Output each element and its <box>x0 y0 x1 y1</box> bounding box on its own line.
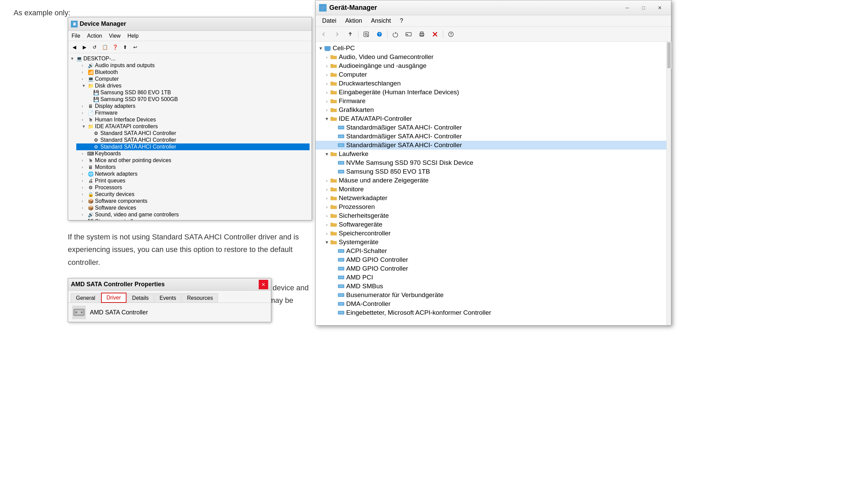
win-minimize[interactable]: ─ <box>619 2 635 13</box>
menu-question[interactable]: ? <box>396 16 407 26</box>
tree-large-print[interactable]: › Druckwarteschlangen <box>316 79 671 88</box>
tree-sata1[interactable]: ⚙ Standard SATA AHCI Controller <box>76 130 310 137</box>
tree-large-amdpci[interactable]: AMD PCI <box>316 273 671 282</box>
tree-large-amdgpio1[interactable]: AMD GPIO Controller <box>316 255 671 264</box>
tree-large-eingabe[interactable]: › Eingabegeräte (Human Interface Devices… <box>316 88 671 97</box>
toolbar-delete[interactable] <box>429 28 441 40</box>
tree-large-speicher[interactable]: › Speichercontroller <box>316 229 671 238</box>
tree-large-firmware[interactable]: › Firmware <box>316 97 671 105</box>
tree-sata2[interactable]: ⚙ Standard SATA AHCI Controller <box>76 137 310 143</box>
tree-display[interactable]: › 🖥 Display adapters <box>76 103 310 110</box>
tree-large-sata3[interactable]: Standardmäßiger SATA AHCI- Controller <box>316 141 671 150</box>
toolbar-update[interactable]: ⬆ <box>120 42 130 52</box>
menu-action[interactable]: Action <box>86 32 103 40</box>
toolbar-update2[interactable] <box>389 28 401 40</box>
tree-large-grafik[interactable]: › Grafikkarten <box>316 105 671 114</box>
toolbar-forward[interactable] <box>331 28 343 40</box>
toolbar-rollback[interactable]: ↩ <box>131 42 140 52</box>
tree-audio[interactable]: › 🔊 Audio inputs and outputs <box>76 62 310 69</box>
tree-hid[interactable]: › 🖱 Human Interface Devices <box>76 116 310 123</box>
tree-large-computer[interactable]: › Computer <box>316 70 671 79</box>
tree-disk-drives[interactable]: ▼ 📁 Disk drives <box>76 82 310 89</box>
scrollbar-thumb[interactable] <box>667 42 671 69</box>
toolbar-scan[interactable] <box>360 28 372 40</box>
tree-large-sata2[interactable]: Standardmäßiger SATA AHCI- Controller <box>316 132 671 141</box>
menu-file[interactable]: File <box>70 32 82 40</box>
dm-small-tree: ▼ 💻 DESKTOP-... › 🔊 Audio inputs and out… <box>68 53 312 220</box>
menu-ansicht[interactable]: Ansicht <box>367 16 395 26</box>
tree-network[interactable]: › 🌐 Network adapters <box>76 171 310 177</box>
tree-security[interactable]: › 🔒 Security devices <box>76 191 310 198</box>
tree-monitors[interactable]: › 🖥 Monitors <box>76 164 310 171</box>
toolbar-forward[interactable]: ▶ <box>80 42 89 52</box>
tree-large-system[interactable]: ▼ Systemgeräte <box>316 238 671 247</box>
tree-software-dev[interactable]: › 📦 Software devices <box>76 204 310 211</box>
tree-sound[interactable]: › 🔊 Sound, video and game controllers <box>76 211 310 218</box>
tree-large-root[interactable]: ▼ Celi-PC <box>316 44 671 53</box>
toolbar-up[interactable] <box>344 28 356 40</box>
tree-large-monitore[interactable]: › Monitore <box>316 185 671 194</box>
tab-resources[interactable]: Resources <box>182 293 218 303</box>
tab-driver[interactable]: Driver <box>101 293 126 303</box>
tree-large-software[interactable]: › Softwaregeräte <box>316 220 671 229</box>
tree-large-dma[interactable]: DMA-Controller <box>316 299 671 308</box>
tree-large-netzwerk[interactable]: › Netzwerkadapter <box>316 194 671 202</box>
win-close[interactable]: ✕ <box>652 2 668 13</box>
tree-large-ide[interactable]: ▼ IDE ATA/ATAPI-Controller <box>316 114 671 123</box>
tree-large-nvme[interactable]: NVMe Samsung SSD 970 SCSI Disk Device <box>316 158 671 167</box>
toolbar-print[interactable] <box>416 28 428 40</box>
tree-large-laufwerke[interactable]: ▼ Laufwerke <box>316 150 671 158</box>
tree-root[interactable]: ▼ 💻 DESKTOP-... <box>70 55 310 62</box>
menu-view[interactable]: View <box>107 32 122 40</box>
toolbar-refresh[interactable]: ↺ <box>90 42 99 52</box>
tree-large-prozessoren[interactable]: › Prozessoren <box>316 202 671 211</box>
tree-large-ssd850[interactable]: Samsung SSD 850 EVO 1TB <box>316 167 671 176</box>
menu-datei[interactable]: Datei <box>318 16 340 26</box>
tree-processors[interactable]: › ⚙ Processors <box>76 184 310 191</box>
scrollbar-track[interactable] <box>666 42 671 325</box>
tab-details[interactable]: Details <box>127 293 154 303</box>
svg-point-8 <box>365 33 367 35</box>
dm-large-title: Gerät-Manager <box>319 4 377 12</box>
tree-bluetooth[interactable]: › 📶 Bluetooth <box>76 69 310 76</box>
toolbar-sep3 <box>443 30 443 38</box>
toolbar-back[interactable]: ◀ <box>70 42 79 52</box>
tree-ssd970[interactable]: 💾 Samsung SSD 970 EVO 500GB <box>76 96 310 103</box>
menu-aktion[interactable]: Aktion <box>341 16 366 26</box>
tree-large-busenum[interactable]: Busenumerator für Verbundgeräte <box>316 291 671 299</box>
tab-events[interactable]: Events <box>155 293 181 303</box>
toolbar-back[interactable] <box>318 28 330 40</box>
tree-ide[interactable]: ▼ 📁 IDE ATA/ATAPI controllers <box>76 123 310 130</box>
tree-software-comp[interactable]: › 📦 Software components <box>76 198 310 204</box>
amd-close-button[interactable]: ✕ <box>259 280 268 289</box>
toolbar-help[interactable]: ❓ <box>110 42 120 52</box>
tree-large-maeuse[interactable]: › Mäuse und andere Zeigegeräte <box>316 176 671 185</box>
tree-large-amdgpio2[interactable]: AMD GPIO Controller <box>316 264 671 273</box>
tree-storage[interactable]: › 💾 Storage controllers <box>76 218 310 220</box>
win-maximize[interactable]: □ <box>636 2 651 13</box>
tree-large-sicherheit[interactable]: › Sicherheitsgeräte <box>316 211 671 220</box>
amd-device-name: AMD SATA Controller <box>90 309 148 316</box>
tree-children: › 🔊 Audio inputs and outputs › 📶 Bluetoo… <box>70 62 310 220</box>
toolbar-rollback[interactable] <box>402 28 415 40</box>
tree-large-eingebetteter[interactable]: Eingebetteter, Microsoft ACPI-konformer … <box>316 308 671 317</box>
menu-help[interactable]: Help <box>126 32 140 40</box>
toolbar-help2[interactable]: ? <box>373 28 386 40</box>
tree-large-amdsmbus[interactable]: AMD SMBus <box>316 282 671 291</box>
toolbar-properties[interactable]: 📋 <box>100 42 110 52</box>
tree-ssd860[interactable]: 💾 Samsung SSD 860 EVO 1TB <box>76 89 310 96</box>
tree-large-audio[interactable]: › Audio, Video und Gamecontroller <box>316 53 671 61</box>
tree-large-sata1[interactable]: Standardmäßiger SATA AHCI- Controller <box>316 123 671 132</box>
tree-large-acpi[interactable]: ACPI-Schalter <box>316 247 671 255</box>
dm-small-menubar: File Action View Help <box>68 31 312 41</box>
tree-print[interactable]: › 🖨 Print queues <box>76 177 310 184</box>
tab-general[interactable]: General <box>71 293 100 303</box>
tree-large-audioin[interactable]: › Audioeingänge und -ausgänge <box>316 61 671 70</box>
tree-keyboards[interactable]: › ⌨ Keyboards <box>76 150 310 157</box>
svg-rect-41 <box>339 268 343 270</box>
tree-firmware[interactable]: › 📄 Firmware <box>76 110 310 116</box>
toolbar-help3[interactable]: ? <box>445 28 457 40</box>
tree-sata3[interactable]: ⚙ Standard SATA AHCI Controller <box>76 143 310 150</box>
tree-mice[interactable]: › 🖱 Mice and other pointing devices <box>76 157 310 164</box>
tree-computer[interactable]: › 💻 Computer <box>76 76 310 82</box>
